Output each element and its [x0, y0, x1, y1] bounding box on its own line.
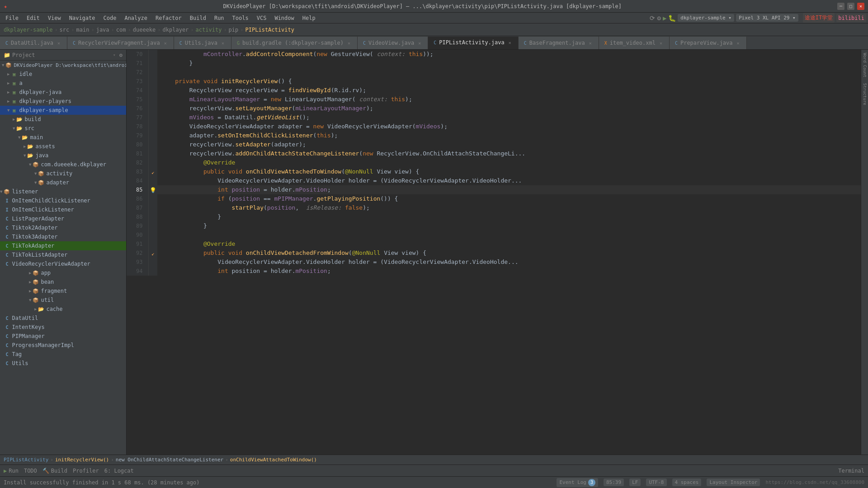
tree-fragment[interactable]: ▶ 📦 fragment [0, 286, 126, 296]
tab-itemvideo[interactable]: X item_video.xml ✕ [599, 37, 670, 49]
nav-piplistactivity[interactable]: PIPListActivity [245, 27, 294, 33]
menu-vcs[interactable]: VCS [253, 14, 270, 22]
tree-tag[interactable]: ▶ C Tag [0, 350, 126, 359]
nav-java[interactable]: java [96, 27, 109, 33]
tree-adapter[interactable]: ▼ 📦 adapter [0, 178, 126, 187]
word-count-panel[interactable]: Word Count [862, 52, 868, 79]
menu-tools[interactable]: Tools [229, 14, 252, 22]
tree-tiktok3adapter[interactable]: ▶ C Tiktok3Adapter [0, 232, 126, 241]
toolbar-device-selector[interactable]: dkplayer-sample ▾ [678, 14, 734, 22]
tree-datautil[interactable]: ▶ C DataUtil [0, 314, 126, 323]
close-button[interactable]: ✕ [857, 3, 864, 10]
sidebar[interactable]: 📁 Project ▾ ⚙ ▼ 📦 DKVideoPlayer D:\works… [0, 50, 127, 455]
tree-dkplayer-sample[interactable]: ▼ ▣ dkplayer-sample [0, 106, 126, 115]
logcat-button[interactable]: 6: Logcat [104, 468, 134, 474]
tree-listener[interactable]: ▼ 📦 listener [0, 187, 126, 196]
menu-run[interactable]: Run [211, 14, 228, 22]
tree-dkvideoplayer[interactable]: ▼ 📦 DKVideoPlayer D:\workspace\tfit\andr… [0, 61, 126, 70]
tab-buildgradle[interactable]: G build.gradle (:dkplayer-sample) ✕ [231, 37, 358, 49]
code-scroll-area[interactable]: 70 mController.addControlComponent(new G… [127, 50, 861, 455]
menu-refactor[interactable]: Refactor [152, 14, 185, 22]
tree-onitemchildclicklistener[interactable]: ▶ I OnItemChildClickListener [0, 196, 126, 205]
breadcrumb-onchildviewattached[interactable]: onChildViewAttachedToWindow() [230, 457, 317, 463]
menu-navigate[interactable]: Navigate [66, 14, 99, 22]
tree-main[interactable]: ▼ 📂 main [0, 133, 126, 142]
tab-recyclerviewfragment[interactable]: C RecyclerViewFragment.java ✕ [67, 37, 174, 49]
structure-panel[interactable]: Structure [862, 80, 868, 108]
tab-datautil[interactable]: C DataUtil.java ✕ [0, 37, 67, 49]
indent-indicator[interactable]: 4 spaces [672, 479, 702, 486]
layout-inspector-button[interactable]: Layout Inspector [707, 479, 760, 486]
tree-com-dueeeke[interactable]: ▼ 📦 com.dueeeke.dkplayer [0, 160, 126, 169]
close-utils[interactable]: ✕ [220, 40, 226, 46]
tree-a[interactable]: ▶ ▣ a [0, 79, 126, 88]
settings-icon[interactable]: ⚙ [119, 52, 123, 58]
menu-edit[interactable]: Edit [23, 14, 43, 22]
tree-assets[interactable]: ▶ 📂 assets [0, 142, 126, 151]
close-itemvideo[interactable]: ✕ [658, 40, 664, 46]
menu-help[interactable]: Help [299, 14, 319, 22]
maximize-button[interactable]: □ [847, 3, 854, 10]
tab-videoview[interactable]: C VideoView.java ✕ [358, 37, 428, 49]
menu-window[interactable]: Window [271, 14, 297, 22]
tree-listpageradapter[interactable]: ▶ C ListPagerAdapter [0, 214, 126, 223]
todo-button[interactable]: TODO [24, 468, 37, 474]
close-datautil[interactable]: ✕ [56, 40, 61, 46]
nav-dkplayer-sample[interactable]: dkplayer-sample [4, 27, 52, 33]
tree-videorecyclerview[interactable]: ▶ C VideoRecyclerViewAdapter [0, 259, 126, 268]
tree-bean[interactable]: ▶ 📦 bean [0, 277, 126, 286]
close-prepareview[interactable]: ✕ [736, 40, 741, 46]
close-videoview[interactable]: ✕ [417, 40, 422, 46]
menu-file[interactable]: File [2, 14, 22, 22]
nav-activity[interactable]: activity [196, 27, 222, 33]
nav-src[interactable]: src [60, 27, 70, 33]
breadcrumb-newlistener[interactable]: new OnChildAttachStateChangeListener [116, 457, 223, 463]
toolbar-run-button[interactable]: ▶ [663, 14, 666, 22]
toolbar-sync-icon[interactable]: ⟳ [650, 14, 655, 22]
minimize-button[interactable]: ─ [837, 3, 844, 10]
tree-app[interactable]: ▶ 📦 app [0, 268, 126, 277]
tree-pipmanager[interactable]: ▶ C PIPManager [0, 332, 126, 341]
nav-com[interactable]: com [116, 27, 126, 33]
tree-utils[interactable]: ▶ C Utils [0, 359, 126, 368]
tab-prepareview[interactable]: C PrepareView.java ✕ [670, 37, 747, 49]
tab-basefragment[interactable]: C BaseFragment.java ✕ [519, 37, 599, 49]
toolbar-settings-icon[interactable]: ⚙ [657, 14, 660, 22]
toolbar-avd-selector[interactable]: Pixel 3 XL API 29 ▾ [736, 14, 798, 22]
toolbar-debug-button[interactable]: 🐛 [668, 14, 676, 22]
gutter-bulb-85[interactable]: 💡 [150, 187, 156, 193]
nav-dkplayer[interactable]: dkplayer [163, 27, 189, 33]
tree-build[interactable]: ▶ 📂 build [0, 115, 126, 124]
tree-intentkeys[interactable]: ▶ C IntentKeys [0, 323, 126, 332]
encoding-indicator[interactable]: UTF-8 [646, 479, 666, 486]
tree-tiktokadapter[interactable]: ▶ C TikTokAdapter [0, 241, 126, 250]
close-buildgradle[interactable]: ✕ [346, 40, 352, 46]
nav-pip[interactable]: pip [229, 27, 239, 33]
menu-view[interactable]: View [44, 14, 65, 22]
tree-dkplayer-players[interactable]: ▶ ▣ dkplayer-players [0, 97, 126, 106]
breadcrumb-piplistactivity[interactable]: PIPListActivity [4, 457, 48, 463]
tab-utils[interactable]: C Utils.java ✕ [174, 37, 231, 49]
terminal-button[interactable]: Terminal [838, 468, 864, 474]
nav-dueeeke[interactable]: dueeeke [133, 27, 156, 33]
tree-dkplayer-java[interactable]: ▶ ▣ dkplayer-java [0, 88, 126, 97]
event-log-button[interactable]: Event Log 3 [557, 478, 598, 487]
tree-java[interactable]: ▼ 📂 java [0, 151, 126, 160]
nav-main[interactable]: main [76, 27, 90, 33]
tree-cache[interactable]: ▶ 📂 cache [0, 305, 126, 314]
tree-src[interactable]: ▼ 📂 src [0, 124, 126, 133]
profiler-button[interactable]: Profiler [73, 468, 99, 474]
tree-progressmanagerimpl[interactable]: ▶ C ProgressManagerImpl [0, 341, 126, 350]
menu-code[interactable]: Code [100, 14, 120, 22]
tab-piplistactivity[interactable]: C PIPListActivity.java ✕ [428, 37, 519, 49]
code-editor[interactable]: 70 mController.addControlComponent(new G… [127, 50, 861, 455]
close-recyclerviewfragment[interactable]: ✕ [163, 40, 168, 46]
tree-tiktoklist[interactable]: ▶ C TikTokListAdapter [0, 250, 126, 259]
build-button[interactable]: 🔨 Build [42, 468, 67, 474]
linesep-indicator[interactable]: LF [629, 479, 641, 486]
position-indicator[interactable]: 85:39 [604, 479, 624, 486]
tree-util[interactable]: ▼ 📦 util [0, 296, 126, 305]
menu-analyze[interactable]: Analyze [121, 14, 151, 22]
run-button[interactable]: ▶ Run [4, 468, 19, 474]
tree-activity[interactable]: ▼ 📦 activity [0, 169, 126, 178]
